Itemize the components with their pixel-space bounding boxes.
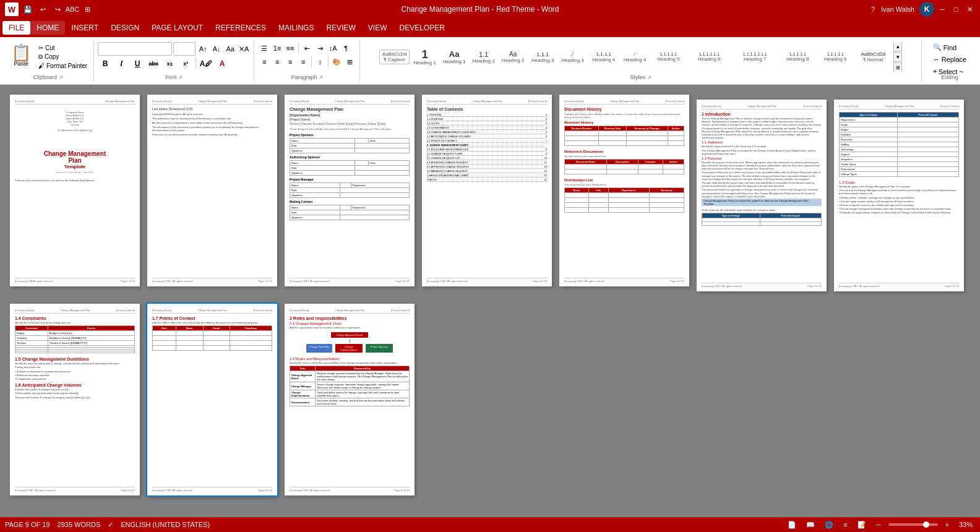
help-btn[interactable]: ? <box>867 4 879 15</box>
zoom-plus-btn[interactable]: + <box>943 521 952 528</box>
minimize-btn[interactable]: ─ <box>937 4 948 15</box>
status-view-web[interactable]: 🌐 <box>822 521 836 529</box>
styles-scroll-up[interactable]: ▲ ▼ ⊞ <box>893 42 902 72</box>
bold-btn[interactable]: B <box>98 57 113 71</box>
menu-item-design[interactable]: DESIGN <box>105 21 145 35</box>
style-heading2[interactable]: 1.1 Heading 2 <box>469 49 497 66</box>
page-1[interactable]: [Company Name]Change Management Plan Com… <box>10 95 140 286</box>
style-heading4-slash[interactable]: ∕ Heading 4 <box>621 49 649 64</box>
style-heading1-alt[interactable]: Aa Heading 1 <box>440 48 468 66</box>
editing-group-title: Editing <box>941 74 958 80</box>
page-8[interactable]: [Company Name]Change Management Plan[For… <box>10 304 140 496</box>
word-icon[interactable]: W <box>5 2 19 16</box>
align-left-btn[interactable]: ≡ <box>258 56 270 68</box>
font-family-input[interactable]: Arial <box>98 42 172 56</box>
style-heading4[interactable]: 1.1.1.1 Heading 4 <box>588 49 620 64</box>
restore-btn[interactable]: □ <box>950 4 961 15</box>
style-heading6[interactable]: 1.1.1.1.1.1 Heading 6 <box>687 50 731 64</box>
font-case-btn[interactable]: Aa <box>224 43 236 55</box>
menu-item-page-layout[interactable]: PAGE LAYOUT <box>145 21 209 35</box>
select-icon: ⌖ <box>933 67 937 75</box>
quick-access-more[interactable]: ⊞ <box>82 4 93 15</box>
cover-version: Version 0 • Date Month, Year 2015 <box>15 171 135 174</box>
editing-group: 🔍 Find ↔ Replace ⌖ Select ~ Editing <box>922 41 978 82</box>
font-size-increase-btn[interactable]: A↑ <box>197 43 209 55</box>
zoom-thumb <box>923 521 929 528</box>
close-btn[interactable]: ✕ <box>964 4 975 15</box>
page-2[interactable]: [Company Name]Change Management Plan[For… <box>147 95 277 286</box>
highlight-btn[interactable]: A🖊 <box>199 57 213 71</box>
zoom-level[interactable]: 33% <box>956 521 975 528</box>
format-painter-button[interactable]: 🖌 Format Painter <box>36 62 90 70</box>
page-3[interactable]: [Company Name]Change Management Plan[For… <box>285 95 415 286</box>
roles-table: RoleResponsibility Change Approval Board… <box>290 366 410 406</box>
menu-bar: FILE HOME INSERT DESIGN PAGE LAYOUT REFE… <box>0 19 980 37</box>
decrease-indent-btn[interactable]: ⇤ <box>301 42 313 54</box>
multilevel-btn[interactable]: ≡≡ <box>284 42 296 54</box>
status-view-reading[interactable]: 📖 <box>804 521 817 529</box>
shading-btn[interactable]: 🎨 <box>330 56 343 68</box>
style-heading9[interactable]: 1.1.1.1.1 Heading 9 <box>817 50 854 64</box>
underline-btn[interactable]: U <box>130 57 145 71</box>
menu-item-developer[interactable]: DEVELOPER <box>393 21 450 35</box>
font-color-btn[interactable]: A <box>215 57 230 71</box>
increase-indent-btn[interactable]: ⇥ <box>314 42 326 54</box>
borders-btn[interactable]: ⊞ <box>343 56 356 68</box>
distribution-list-title: Distribution List <box>564 178 684 182</box>
zoom-slider[interactable] <box>888 523 938 526</box>
sort-btn[interactable]: ↕A <box>327 42 339 54</box>
justify-btn[interactable]: ≡ <box>297 56 309 68</box>
menu-item-file[interactable]: FILE <box>2 21 30 35</box>
page10-roles-subtitle: 2.2 Roles and Responsibilities <box>290 357 410 361</box>
align-center-btn[interactable]: ≡ <box>271 56 283 68</box>
font-size-decrease-btn[interactable]: A↓ <box>210 43 223 55</box>
menu-item-review[interactable]: REVIEW <box>320 21 361 35</box>
page-9[interactable]: [Company Name]Change Management Plan[For… <box>147 304 277 496</box>
page-7[interactable]: [Company Name]Change Management Plan[For… <box>834 100 964 291</box>
style-caption[interactable]: AaBbCcDd ¶ Caption <box>379 49 410 64</box>
style-heading3-slash[interactable]: ∕ Heading 3 <box>558 49 587 65</box>
style-heading3[interactable]: 1.1.1 Heading 3 <box>528 49 557 65</box>
copy-button[interactable]: ⧉ Copy <box>36 53 90 61</box>
clear-formatting-btn[interactable]: ✕A <box>238 43 250 55</box>
style-heading2-alt[interactable]: Aa Heading 2 <box>499 49 527 65</box>
menu-item-home[interactable]: HOME <box>30 21 65 35</box>
style-heading7[interactable]: 1.1.1.1.1.1.1 Heading 7 <box>731 50 778 64</box>
replace-btn[interactable]: ↔ Replace <box>931 54 969 64</box>
style-normal[interactable]: AaBbCcDd ¶ Normal <box>854 49 892 64</box>
style-heading8[interactable]: 1.1.1.1.1 Heading 8 <box>779 50 816 64</box>
page-6[interactable]: [Company Name]Change Management Plan[For… <box>697 100 827 291</box>
page-4[interactable]: [Company Name]Change Management Plan[For… <box>422 95 552 286</box>
menu-item-references[interactable]: REFERENCES <box>209 21 272 35</box>
subscript-btn[interactable]: x₂ <box>162 57 177 71</box>
bullets-btn[interactable]: ☰ <box>258 42 270 54</box>
quick-access-abc[interactable]: ABC <box>67 4 78 15</box>
style-heading5[interactable]: 1.1.1.1.1 Heading 5 <box>650 50 687 64</box>
page-5[interactable]: [Company Name]Change Management Plan[For… <box>559 95 689 286</box>
status-view-draft[interactable]: 📝 <box>855 521 869 529</box>
quick-access-undo[interactable]: ↩ <box>37 4 48 15</box>
page-10[interactable]: [Company Name]Change Management Plan[For… <box>285 304 415 496</box>
quick-access-redo[interactable]: ↪ <box>52 4 63 15</box>
menu-item-view[interactable]: VIEW <box>362 21 393 35</box>
spell-check-icon[interactable]: ✓ <box>108 521 113 529</box>
show-formatting-btn[interactable]: ¶ <box>340 42 352 54</box>
line-spacing-btn[interactable]: ↕ <box>314 56 326 68</box>
italic-btn[interactable]: I <box>114 57 129 71</box>
style-heading1[interactable]: 1 Heading 1 <box>410 47 439 67</box>
find-btn[interactable]: 🔍 Find <box>931 42 969 53</box>
menu-item-mailings[interactable]: MAILINGS <box>272 21 320 35</box>
page7-goals-title: 1.3 Goals <box>839 181 959 184</box>
status-view-outline[interactable]: ≡ <box>841 521 849 528</box>
font-size-input[interactable]: 10 <box>173 42 196 56</box>
strikethrough-btn[interactable]: abc <box>146 57 161 71</box>
align-right-btn[interactable]: ≡ <box>284 56 296 68</box>
menu-item-insert[interactable]: INSERT <box>65 21 105 35</box>
cut-button[interactable]: ✂ Cut <box>36 44 90 52</box>
zoom-minus-btn[interactable]: ─ <box>874 521 883 528</box>
numbering-btn[interactable]: 1≡ <box>271 42 283 54</box>
quick-access-save[interactable]: 💾 <box>22 4 33 15</box>
status-view-print[interactable]: 📄 <box>785 521 799 529</box>
superscript-btn[interactable]: x² <box>178 57 193 71</box>
paste-button[interactable]: 📋 Paste <box>6 42 36 72</box>
